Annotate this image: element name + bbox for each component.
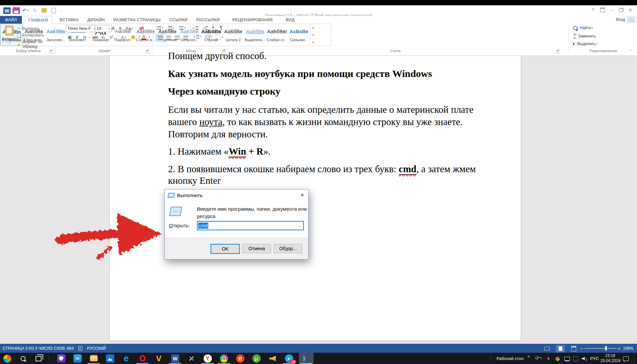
taskbar-app-edge[interactable]: e xyxy=(122,354,131,363)
taskbar-app-mail[interactable]: ✉ xyxy=(73,354,82,363)
browse-button[interactable]: Обзор... xyxy=(274,244,302,253)
line-spacing-button[interactable]: ⇕▾ xyxy=(193,35,201,38)
action-center-icon[interactable] xyxy=(623,356,629,362)
decrease-indent-button[interactable]: ⇤ xyxy=(193,26,199,30)
styles-scroll-up-icon[interactable]: ▲ xyxy=(312,26,315,29)
tab-view[interactable]: ВИД xyxy=(281,16,299,24)
paste-button[interactable]: Вставить ▾ xyxy=(2,25,17,49)
style-intense-reference[interactable]: АаБбВвСильная... xyxy=(288,24,310,46)
tab-home[interactable]: ГЛАВНАЯ xyxy=(24,16,53,24)
task-view-button[interactable] xyxy=(34,354,43,363)
zoom-slider-thumb[interactable] xyxy=(605,346,607,350)
doc-paragraph-line2[interactable]: вашего ноута, то как вызвать к жизни ком… xyxy=(168,116,463,127)
clock[interactable]: 23:19 25.04.2024 xyxy=(600,353,620,363)
show-desktop-button[interactable] xyxy=(634,353,637,364)
people-icon[interactable] xyxy=(535,356,542,360)
cancel-button[interactable]: Отмена xyxy=(242,244,271,253)
justify-button[interactable] xyxy=(182,34,189,41)
tab-page-layout[interactable]: РАЗМЕТКА СТРАНИЦЫ xyxy=(109,16,165,24)
zoom-slider[interactable] xyxy=(585,344,616,353)
taskbar-app-yandex-search[interactable]: Я xyxy=(235,354,245,363)
taskbar-app-word[interactable]: W xyxy=(170,354,180,363)
doc-step2-line1[interactable]: 2. В появившемся окошке набираем слово и… xyxy=(168,164,476,175)
font-dialog-launcher[interactable]: ◢ xyxy=(146,49,150,53)
replace-button[interactable]: abacЗаменить xyxy=(573,33,596,39)
taskbar-app-antivirus[interactable] xyxy=(56,354,66,363)
shrink-font-button[interactable]: Aˇ xyxy=(118,25,124,32)
taskbar-app-telegram[interactable]: ➤..50 xyxy=(284,354,294,363)
bullets-button[interactable]: ▾ xyxy=(157,26,163,30)
tab-design[interactable]: ДИЗАЙН xyxy=(83,16,109,24)
sort-button[interactable]: А↓ xyxy=(212,26,216,29)
align-center-button[interactable] xyxy=(165,34,172,41)
doc-paragraph-line1[interactable]: Если вы читали у нас статью, как определ… xyxy=(168,104,474,115)
bold-button[interactable]: Ж xyxy=(68,34,72,41)
multilevel-list-button[interactable]: ▾ xyxy=(179,26,186,30)
zoom-in-button[interactable]: + xyxy=(618,344,620,353)
desktop-toolbar-label[interactable]: Рабочий стол xyxy=(497,356,524,361)
style-subtle-reference[interactable]: АаБбВвІСлабая сс... xyxy=(266,24,288,46)
taskbar-app-photos[interactable] xyxy=(105,354,115,363)
doc-step2-line2[interactable]: кнопку Enter xyxy=(168,175,221,186)
shading-button[interactable]: ▾ xyxy=(205,35,212,39)
run-dialog[interactable]: Выполнить ✕ Введите имя программы, папки… xyxy=(164,189,309,259)
cut-button[interactable]: ✂Вырезать xyxy=(17,26,40,31)
taskbar-search-button[interactable] xyxy=(18,354,28,363)
find-arrow[interactable]: ▾ xyxy=(592,27,593,30)
paste-dropdown-arrow[interactable]: ▾ xyxy=(3,41,17,44)
increase-indent-button[interactable]: ⇥ xyxy=(202,26,208,30)
borders-button[interactable]: ▾ xyxy=(216,35,223,39)
taskbar-app-chrome[interactable] xyxy=(219,354,228,363)
combobox-dropdown-icon[interactable]: ⌄ xyxy=(299,224,301,228)
run-open-value-selected[interactable]: cmd xyxy=(198,223,208,229)
clipboard-dialog-launcher[interactable]: ◢ xyxy=(50,49,53,53)
taskbar-app-yandex-browser[interactable]: Y xyxy=(203,354,212,363)
sign-in-link[interactable]: Вход xyxy=(616,17,625,22)
run-dialog-titlebar[interactable]: Выполнить ✕ xyxy=(165,189,308,201)
find-button[interactable]: Найти▾ xyxy=(573,26,593,30)
volume-icon[interactable]: ) xyxy=(582,356,587,362)
doc-paragraph-intro[interactable]: Поищем другой способ. xyxy=(168,50,267,61)
numbering-button[interactable]: ▾ xyxy=(168,26,174,30)
account-avatar-icon[interactable]: ☺ xyxy=(627,16,636,23)
ok-button[interactable]: OK xyxy=(211,244,240,254)
style-intense-quote[interactable]: АаБбВвВыделенн... xyxy=(244,24,266,46)
styles-dialog-launcher[interactable]: ◢ xyxy=(557,49,560,53)
styles-more-icon[interactable]: ▼̲ xyxy=(312,41,315,44)
underline-arrow[interactable]: ▾ xyxy=(89,36,90,39)
zoom-out-button[interactable]: − xyxy=(580,344,583,353)
doc-link-nouta[interactable]: ноута xyxy=(199,116,222,127)
font-size-select[interactable]: 14▾ xyxy=(95,25,112,32)
format-painter-button[interactable]: 🖌Формат по образцу xyxy=(17,39,55,49)
page-indicator[interactable]: СТРАНИЦА 3 ИЗ 3 xyxy=(3,344,37,353)
change-case-button[interactable]: Aa▾ xyxy=(126,25,133,32)
start-button[interactable] xyxy=(3,354,12,363)
web-layout-button[interactable] xyxy=(569,344,578,353)
font-color-arrow[interactable]: ▾ xyxy=(149,36,150,39)
snip-overlay-icon[interactable] xyxy=(573,356,578,362)
doc-step1[interactable]: 1. Нажимаем «Win + R». xyxy=(168,146,271,157)
tab-file[interactable]: ФАЙЛ xyxy=(0,16,22,24)
print-layout-button[interactable] xyxy=(556,344,565,353)
restore-button[interactable] xyxy=(616,6,626,14)
select-arrow[interactable]: ▾ xyxy=(596,42,597,45)
hidden-icons-chevron[interactable]: ∧ xyxy=(547,356,550,361)
text-effects-button[interactable]: A▾ xyxy=(121,34,126,41)
language-tray-indicator[interactable]: РУС xyxy=(590,356,599,361)
tab-insert[interactable]: ВСТАВКА xyxy=(55,16,83,24)
undo-dropdown-arrow[interactable]: ▾ xyxy=(27,9,29,12)
taskbar-app-utorrent[interactable]: µ xyxy=(252,354,261,363)
tab-references[interactable]: ССЫЛКИ xyxy=(165,16,192,24)
help-button[interactable]: ? xyxy=(589,6,598,14)
copy-button[interactable]: Копировать xyxy=(17,33,44,37)
tray-app-icon[interactable] xyxy=(555,357,560,362)
minimize-button[interactable]: – xyxy=(607,6,616,14)
zoom-level[interactable]: 156% xyxy=(623,344,633,353)
language-indicator[interactable]: РУССКИЙ xyxy=(87,344,106,353)
read-mode-button[interactable] xyxy=(543,344,551,353)
word-count[interactable]: ЧИСЛО СЛОВ: 863 xyxy=(39,344,74,353)
highlight-arrow[interactable]: ▾ xyxy=(139,36,140,38)
taskbar-active-run-window[interactable] xyxy=(299,353,314,364)
taskbar-app-utility[interactable] xyxy=(187,354,196,363)
italic-button[interactable]: К xyxy=(76,34,78,41)
